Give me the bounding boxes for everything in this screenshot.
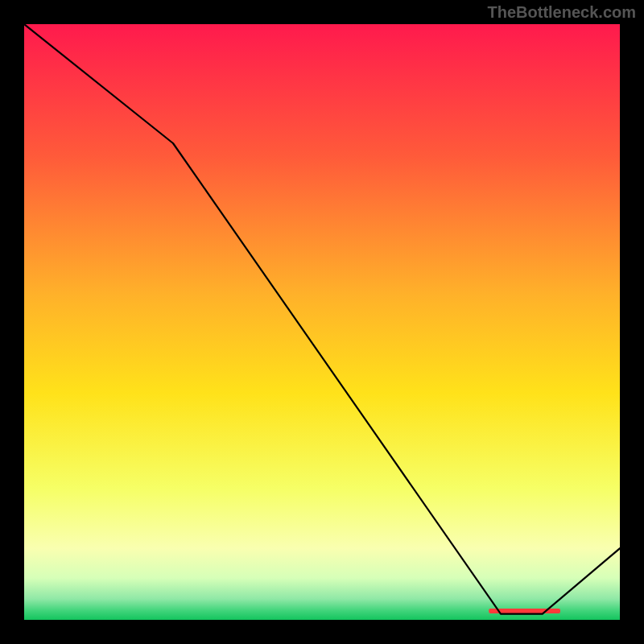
chart-area <box>24 24 620 620</box>
chart-svg <box>24 24 620 620</box>
watermark-text: TheBottleneck.com <box>488 3 636 22</box>
svg-rect-0 <box>24 24 620 620</box>
